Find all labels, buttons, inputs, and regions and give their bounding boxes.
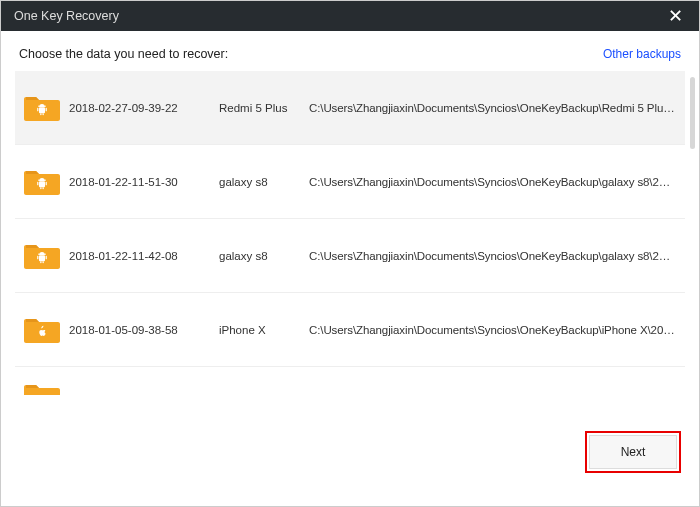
backup-row[interactable]: 2018-01-22-11-42-08galaxy s8C:\Users\Zha… [15, 219, 685, 293]
backup-path: C:\Users\Zhangjiaxin\Documents\Syncios\O… [309, 324, 685, 336]
svg-rect-18 [46, 255, 47, 258]
folder-android-icon [15, 241, 69, 271]
backup-device: galaxy s8 [219, 250, 309, 262]
svg-rect-5 [40, 113, 41, 115]
window-title: One Key Recovery [14, 9, 119, 23]
backup-path: C:\Users\Zhangjiaxin\Documents\Syncios\O… [309, 176, 685, 188]
svg-rect-20 [43, 261, 44, 263]
backup-path: C:\Users\Zhangjiaxin\Documents\Syncios\O… [309, 102, 685, 114]
svg-rect-10 [37, 181, 38, 185]
backup-list-container: 2018-02-27-09-39-22Redmi 5 PlusC:\Users\… [1, 71, 699, 416]
folder-android-icon [15, 367, 69, 395]
backup-list: 2018-02-27-09-39-22Redmi 5 PlusC:\Users\… [15, 71, 685, 416]
backup-row[interactable]: 2018-01-05-09-38-58iPhone XC:\Users\Zhan… [15, 293, 685, 367]
backup-date: 2018-01-22-11-51-30 [69, 176, 219, 188]
backup-row[interactable]: 2018-01-22-11-51-30galaxy s8C:\Users\Zha… [15, 145, 685, 219]
footer: Next [1, 416, 699, 506]
svg-rect-16 [39, 255, 45, 261]
other-backups-link[interactable]: Other backups [603, 47, 681, 61]
svg-rect-17 [37, 255, 38, 258]
next-button[interactable]: Next [589, 435, 677, 469]
svg-rect-9 [39, 181, 45, 187]
backup-device: Redmi 5 Plus [219, 102, 309, 114]
next-button-label: Next [621, 445, 646, 459]
svg-rect-19 [40, 261, 41, 263]
next-button-highlight: Next [585, 431, 681, 473]
svg-rect-13 [43, 187, 44, 189]
folder-android-icon [15, 167, 69, 197]
backup-date: 2018-02-27-09-39-22 [69, 102, 219, 114]
scrollbar-thumb[interactable] [690, 77, 695, 149]
folder-apple-icon [15, 315, 69, 345]
prompt-text: Choose the data you need to recover: [19, 47, 228, 61]
backup-date: 2018-01-05-09-38-58 [69, 324, 219, 336]
svg-rect-11 [46, 181, 47, 185]
svg-rect-6 [43, 113, 44, 115]
folder-android-icon [15, 93, 69, 123]
backup-path: C:\Users\Zhangjiaxin\Documents\Syncios\O… [309, 250, 685, 262]
backup-row-partial[interactable] [15, 367, 685, 395]
backup-device: iPhone X [219, 324, 309, 336]
svg-rect-3 [37, 107, 38, 111]
svg-rect-4 [46, 107, 47, 111]
close-icon[interactable]: ✕ [662, 5, 689, 27]
window: One Key Recovery ✕ Choose the data you n… [0, 0, 700, 507]
header-row: Choose the data you need to recover: Oth… [1, 31, 699, 71]
backup-row[interactable]: 2018-02-27-09-39-22Redmi 5 PlusC:\Users\… [15, 71, 685, 145]
titlebar: One Key Recovery ✕ [1, 1, 699, 31]
svg-rect-12 [40, 187, 41, 189]
svg-rect-2 [39, 107, 45, 113]
backup-device: galaxy s8 [219, 176, 309, 188]
backup-date: 2018-01-22-11-42-08 [69, 250, 219, 262]
